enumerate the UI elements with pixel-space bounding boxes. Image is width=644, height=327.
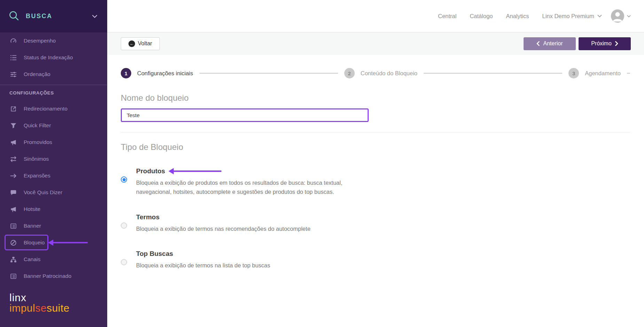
sidebar-section-configuracoes: CONFIGURAÇÕES xyxy=(0,85,107,100)
next-step-button[interactable]: Próximo xyxy=(579,37,631,50)
ban-icon xyxy=(9,239,17,246)
sidebar-item-label: Desempenho xyxy=(24,38,56,44)
product-name: BUSCA xyxy=(26,13,92,20)
sidebar-item-sinonimos[interactable]: Sinônimos xyxy=(0,151,107,167)
option-produtos[interactable]: Produtos Bloqueia a exibição de produtos… xyxy=(121,167,371,197)
linx-impulse-suite-logo: linx impulsesuite xyxy=(9,292,70,314)
radio-top-buscas[interactable] xyxy=(121,259,127,265)
step-1-configuracoes-iniciais[interactable]: 1 Configurações iniciais xyxy=(121,68,199,78)
sidebar: BUSCA Desempenho Status de Indexação Ord… xyxy=(0,0,107,327)
sidebar-item-status-indexacao[interactable]: Status de Indexação xyxy=(0,49,107,66)
sidebar-item-promovidos[interactable]: Promovidos xyxy=(0,134,107,151)
account-selector[interactable]: Linx Demo Premium xyxy=(542,13,602,20)
sitemap-icon xyxy=(9,256,17,263)
chevron-down-icon xyxy=(92,13,97,20)
step-number: 3 xyxy=(568,68,579,78)
block-name-heading: Nome do bloqueio xyxy=(121,93,630,103)
megaphone-icon xyxy=(9,138,17,146)
radio-produtos-selected[interactable] xyxy=(121,176,127,183)
block-type-options: Produtos Bloqueia a exibição de produtos… xyxy=(121,167,630,270)
action-bar: Voltar Anterior Próximo xyxy=(107,32,644,55)
option-body: Termos Bloqueia a exibição de termos nas… xyxy=(136,213,371,233)
wizard-content: 1 Configurações iniciais 2 Conteúdo do B… xyxy=(107,55,644,327)
option-description: Bloqueia a exibição de termos na lista d… xyxy=(136,261,362,270)
sidebar-item-redirecionamento[interactable]: Redirecionamento xyxy=(0,100,107,117)
sidebar-item-desempenho[interactable]: Desempenho xyxy=(0,32,107,49)
external-link-icon xyxy=(9,105,17,113)
product-switcher[interactable]: BUSCA xyxy=(0,0,107,32)
list-icon xyxy=(9,54,17,61)
option-body: Top Buscas Bloqueia a exibição de termos… xyxy=(136,250,371,270)
back-button[interactable]: Voltar xyxy=(121,37,160,50)
sidebar-item-label: Status de Indexação xyxy=(24,54,73,61)
step-number: 1 xyxy=(121,68,131,78)
option-description: Bloqueia a exibição de produtos em todos… xyxy=(136,178,362,197)
banner-icon xyxy=(9,222,17,230)
filter-icon xyxy=(9,122,17,129)
sidebar-item-label: Você Quis Dizer xyxy=(24,189,62,196)
option-title: Termos xyxy=(136,213,159,221)
sidebar-item-label: Banner xyxy=(24,223,41,229)
step-2-conteudo-do-bloqueio[interactable]: 2 Conteúdo do Bloqueio xyxy=(344,68,424,78)
option-description: Bloqueia a exibição de termos nas recome… xyxy=(136,224,362,233)
sidebar-item-banner-patrocinado[interactable]: Banner Patrocinado xyxy=(0,268,107,284)
step-connector xyxy=(424,73,562,74)
previous-step-label: Anterior xyxy=(543,40,563,47)
next-step-label: Próximo xyxy=(591,40,612,47)
swap-arrows-icon xyxy=(9,155,17,163)
account-name: Linx Demo Premium xyxy=(542,13,594,20)
step-number: 2 xyxy=(344,68,355,78)
sidebar-item-canais[interactable]: Canais xyxy=(0,251,107,268)
block-type-heading: Tipo de Bloqueio xyxy=(121,142,630,152)
sidebar-item-label: Quick Filter xyxy=(24,122,51,129)
sidebar-item-voce-quis-dizer[interactable]: Você Quis Dizer xyxy=(0,184,107,201)
wizard-stepper: 1 Configurações iniciais 2 Conteúdo do B… xyxy=(121,68,630,78)
step-label: Configurações iniciais xyxy=(137,70,193,77)
step-label: Conteúdo do Bloqueio xyxy=(361,70,417,77)
block-name-input[interactable] xyxy=(121,108,369,122)
option-title: Top Buscas xyxy=(136,250,173,258)
main-area: Central Catálogo Analytics Linx Demo Pre… xyxy=(107,0,644,327)
sidebar-item-quick-filter[interactable]: Quick Filter xyxy=(0,117,107,134)
previous-step-button[interactable]: Anterior xyxy=(524,37,576,50)
option-termos[interactable]: Termos Bloqueia a exibição de termos nas… xyxy=(121,213,371,233)
nav-analytics[interactable]: Analytics xyxy=(506,13,529,20)
sidebar-nav: Desempenho Status de Indexação Ordenação… xyxy=(0,32,107,284)
sidebar-item-expansoes[interactable]: Expansões xyxy=(0,167,107,184)
sidebar-item-label: Hotsite xyxy=(24,206,40,212)
sidebar-item-hotsite[interactable]: Hotsite xyxy=(0,201,107,218)
sidebar-item-label: Bloqueio xyxy=(24,239,45,246)
annotation-arrow-left-icon xyxy=(173,170,221,172)
radio-termos[interactable] xyxy=(121,222,127,229)
banner-icon xyxy=(9,272,17,280)
logo-linx: linx xyxy=(9,292,70,303)
step-connector-stub xyxy=(627,73,630,74)
chevron-left-icon xyxy=(536,41,540,46)
sidebar-item-label: Ordenação xyxy=(24,71,50,77)
sidebar-item-ordenacao[interactable]: Ordenação xyxy=(0,66,107,83)
sidebar-item-label: Canais xyxy=(24,256,40,263)
sidebar-item-bloqueio[interactable]: Bloqueio xyxy=(0,234,107,251)
sidebar-item-label: Promovidos xyxy=(24,139,52,145)
nav-catalogo[interactable]: Catálogo xyxy=(470,13,493,20)
option-top-buscas[interactable]: Top Buscas Bloqueia a exibição de termos… xyxy=(121,250,371,270)
chat-bubble-icon xyxy=(9,189,17,196)
section-divider xyxy=(121,132,630,132)
sidebar-item-banner[interactable]: Banner xyxy=(0,218,107,234)
option-title: Produtos xyxy=(136,167,165,175)
gauge-icon xyxy=(9,37,17,45)
sidebar-item-label: Sinônimos xyxy=(24,156,49,162)
nav-central[interactable]: Central xyxy=(438,13,456,20)
sidebar-item-label: Redirecionamento xyxy=(24,106,68,112)
search-icon xyxy=(8,9,20,23)
step-label: Agendamento xyxy=(585,70,621,77)
annotation-arrow-left-icon xyxy=(53,242,88,243)
user-avatar-icon xyxy=(611,9,624,23)
step-connector xyxy=(199,73,338,74)
megaphone-icon xyxy=(9,205,17,213)
arrow-right-icon xyxy=(9,172,17,180)
user-menu[interactable] xyxy=(611,9,631,23)
sidebar-item-label: Banner Patrocinado xyxy=(24,273,71,279)
step-3-agendamento[interactable]: 3 Agendamento xyxy=(568,68,627,78)
sidebar-item-label: Expansões xyxy=(24,173,50,179)
